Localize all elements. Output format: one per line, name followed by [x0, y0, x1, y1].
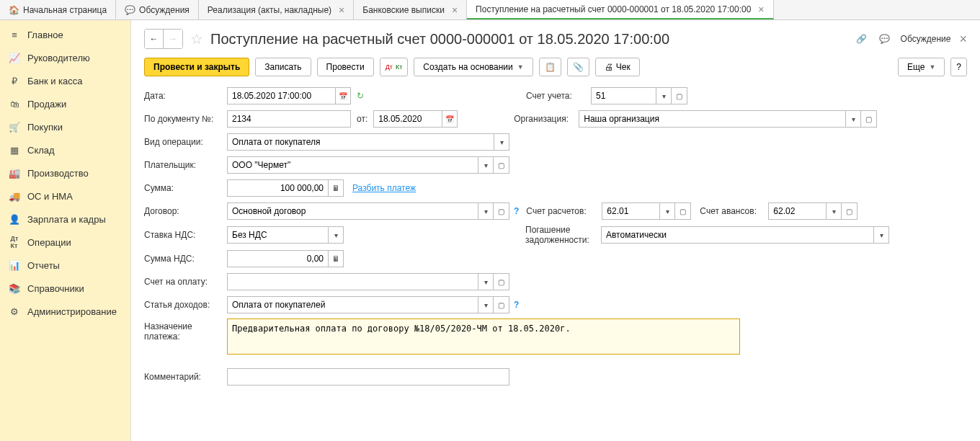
purpose-textarea[interactable]: [227, 318, 740, 355]
open-icon[interactable]: ▢: [842, 202, 858, 220]
link-icon[interactable]: 🔗: [855, 32, 869, 46]
post-button[interactable]: Провести: [317, 58, 374, 76]
close-icon[interactable]: ×: [758, 4, 764, 15]
open-icon[interactable]: ▢: [494, 296, 509, 313]
org-input[interactable]: [579, 110, 845, 128]
open-icon[interactable]: ▢: [675, 202, 691, 220]
star-icon[interactable]: ☆: [190, 30, 203, 48]
chevron-down-icon[interactable]: ▾: [873, 226, 889, 244]
open-icon[interactable]: ▢: [672, 87, 687, 104]
debt-label: Погашение задолженности:: [525, 225, 601, 245]
calc-icon[interactable]: 🖩: [328, 179, 344, 197]
refresh-icon[interactable]: ↻: [357, 91, 364, 101]
nav-buttons: ← →: [144, 29, 183, 49]
back-button[interactable]: ←: [145, 30, 164, 48]
based-on-button[interactable]: Создать на основании▼: [414, 58, 533, 76]
bag-icon: 🛍: [9, 98, 20, 110]
forward-button[interactable]: →: [164, 30, 182, 48]
tab-home[interactable]: 🏠 Начальная страница: [0, 0, 116, 19]
chevron-down-icon[interactable]: ▾: [328, 226, 344, 244]
open-icon[interactable]: ▢: [494, 202, 509, 220]
calendar-icon[interactable]: 📅: [442, 110, 458, 128]
help-button[interactable]: ?: [950, 58, 967, 76]
chevron-down-icon[interactable]: ▾: [845, 110, 861, 128]
person-icon: 👤: [9, 213, 20, 225]
post-close-button[interactable]: Провести и закрыть: [144, 58, 249, 76]
discussion-icon[interactable]: 💬: [878, 32, 892, 46]
chevron-down-icon[interactable]: ▾: [659, 202, 675, 220]
debt-input[interactable]: [601, 226, 873, 244]
sidebar-item-purchases[interactable]: 🛒Покупки: [0, 115, 130, 138]
optype-input[interactable]: [227, 133, 494, 151]
date-input[interactable]: [227, 87, 335, 104]
more-button[interactable]: Еще▼: [898, 58, 945, 76]
sidebar-item-reports[interactable]: 📊Отчеты: [0, 254, 130, 277]
dtkt-button[interactable]: ДтКт: [380, 58, 409, 76]
chevron-down-icon: ▼: [517, 63, 524, 71]
sidebar-item-manager[interactable]: 📈Руководителю: [0, 46, 130, 69]
tab-label: Банковские выписки: [362, 5, 445, 15]
copy-button[interactable]: 📋: [539, 58, 561, 76]
open-icon[interactable]: ▢: [494, 156, 509, 174]
org-label: Организация:: [514, 114, 579, 124]
close-icon[interactable]: ×: [339, 4, 344, 16]
tab-discussions[interactable]: 💬 Обсуждения: [116, 0, 199, 19]
sum-label: Сумма:: [144, 183, 227, 193]
comment-input[interactable]: [227, 368, 509, 386]
sidebar-item-warehouse[interactable]: ▦Склад: [0, 138, 130, 161]
sum-input[interactable]: [227, 179, 328, 197]
docdate-input[interactable]: [373, 110, 442, 128]
tab-label: Начальная страница: [23, 5, 107, 15]
comment-label: Комментарий:: [144, 372, 227, 382]
date-label: Дата:: [144, 91, 227, 101]
invoice-input[interactable]: [227, 273, 478, 290]
sidebar-item-production[interactable]: 🏭Производство: [0, 161, 130, 184]
discussion-label[interactable]: Обсуждение: [901, 34, 951, 44]
open-icon[interactable]: ▢: [861, 110, 877, 128]
sidebar-item-operations[interactable]: ДтКтОперации: [0, 231, 130, 254]
vatsum-input[interactable]: [227, 250, 328, 267]
chevron-down-icon[interactable]: ▾: [494, 133, 509, 151]
docnum-input[interactable]: [227, 110, 351, 128]
sidebar-item-bank[interactable]: ₽Банк и касса: [0, 69, 130, 92]
sidebar-item-salary[interactable]: 👤Зарплата и кадры: [0, 208, 130, 231]
write-button[interactable]: Записать: [255, 58, 311, 76]
chevron-down-icon[interactable]: ▾: [826, 202, 842, 220]
bars-icon: 📊: [9, 259, 20, 271]
close-icon[interactable]: ×: [452, 4, 458, 16]
income-label: Статья доходов:: [144, 300, 227, 310]
income-input[interactable]: [227, 296, 478, 313]
payer-input[interactable]: [227, 156, 478, 174]
sidebar-item-assets[interactable]: 🚚ОС и НМА: [0, 184, 130, 208]
contract-input[interactable]: [227, 202, 478, 220]
open-icon[interactable]: ▢: [494, 273, 509, 290]
calcacc-input[interactable]: [602, 202, 659, 220]
advacc-input[interactable]: [768, 202, 826, 220]
chevron-down-icon[interactable]: ▾: [656, 87, 672, 104]
calc-icon[interactable]: 🖩: [328, 250, 344, 267]
sidebar-item-catalogs[interactable]: 📚Справочники: [0, 277, 130, 300]
chevron-down-icon[interactable]: ▾: [478, 273, 494, 290]
sidebar-item-label: Справочники: [27, 283, 84, 294]
check-button[interactable]: 🖨Чек: [595, 58, 640, 76]
chevron-down-icon[interactable]: ▾: [478, 202, 494, 220]
vatrate-input[interactable]: [227, 226, 328, 244]
split-payment-link[interactable]: Разбить платеж: [352, 183, 416, 193]
chevron-down-icon[interactable]: ▾: [478, 156, 494, 174]
sidebar-item-sales[interactable]: 🛍Продажи: [0, 92, 130, 115]
calendar-icon[interactable]: 📅: [335, 87, 351, 104]
sidebar-item-main[interactable]: ≡Главное: [0, 23, 130, 46]
tab-receipt[interactable]: Поступление на расчетный счет 0000-00000…: [467, 0, 773, 19]
help-icon[interactable]: ?: [514, 206, 519, 216]
sidebar-item-admin[interactable]: ⚙Администрирование: [0, 300, 130, 323]
truck-icon: 🚚: [9, 190, 20, 202]
tab-sales[interactable]: Реализация (акты, накладные) ×: [199, 0, 354, 19]
chevron-down-icon: ▼: [929, 63, 935, 71]
help-icon[interactable]: ?: [514, 300, 519, 310]
close-doc-button[interactable]: ×: [959, 32, 967, 47]
book-icon: 📚: [9, 282, 20, 294]
attach-button[interactable]: 📎: [567, 58, 589, 76]
account-input[interactable]: [591, 87, 656, 104]
chevron-down-icon[interactable]: ▾: [478, 296, 494, 313]
tab-bank[interactable]: Банковские выписки ×: [354, 0, 467, 19]
